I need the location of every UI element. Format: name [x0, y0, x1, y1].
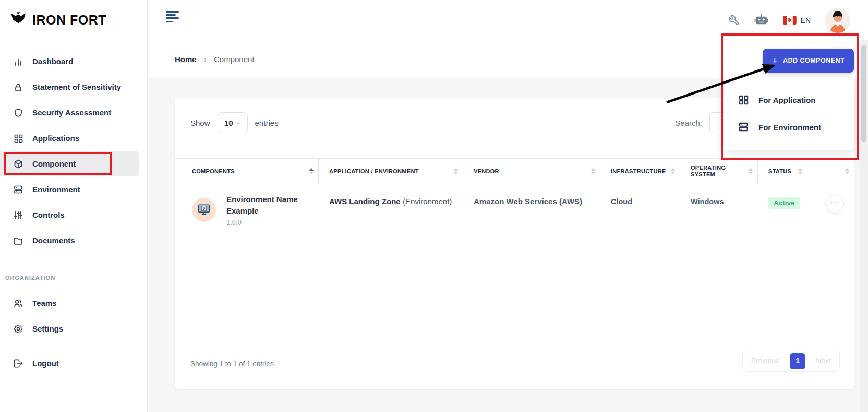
- sliders-icon: [13, 209, 24, 221]
- grid-icon: [738, 94, 749, 105]
- logout-icon: [13, 358, 24, 369]
- cell-operating-system: Windows: [680, 184, 758, 226]
- sidebar-item-applications[interactable]: Applications: [0, 125, 148, 151]
- column-header-actions[interactable]: [807, 159, 854, 184]
- table-row[interactable]: Environment Name Example 1.0.0 AWS Landi…: [175, 184, 854, 226]
- avatar[interactable]: [825, 8, 850, 33]
- dropdown-item-for-environment[interactable]: For Environment: [724, 113, 854, 140]
- next-page-button[interactable]: Next: [816, 357, 831, 365]
- column-header-application-environment[interactable]: APPLICATION / ENVIRONMENT: [319, 159, 463, 184]
- row-actions-button[interactable]: ...: [825, 195, 844, 214]
- cell-actions: ...: [807, 184, 854, 226]
- sidebar-item-label: Settings: [32, 324, 63, 333]
- sidebar-item-label: Component: [32, 159, 76, 168]
- dropdown-item-label: For Environment: [758, 123, 821, 132]
- sidebar-section-organization: ORGANIZATION: [5, 275, 55, 281]
- sidebar-item-label: Environment: [32, 185, 80, 194]
- canada-flag-icon: [783, 16, 797, 25]
- page-size-control: Show 10 ⌄ entries: [190, 112, 279, 133]
- sidebar-item-security-assessment[interactable]: Security Assessment: [0, 100, 148, 125]
- folder-icon: [13, 235, 24, 246]
- sidebar-item-logout[interactable]: Logout: [0, 350, 148, 376]
- robot-icon[interactable]: [754, 13, 768, 27]
- add-component-dropdown: For Application For Environment: [724, 77, 854, 150]
- sidebar-item-environment[interactable]: Environment: [0, 176, 148, 202]
- application-name: AWS Landing Zone: [329, 197, 401, 206]
- server-icon: [738, 121, 749, 133]
- wrench-icon[interactable]: [728, 14, 740, 26]
- pagination: Previous 1 Next: [742, 350, 840, 372]
- cell-component: Environment Name Example 1.0.0: [175, 184, 319, 226]
- sidebar-item-teams[interactable]: Teams: [0, 290, 148, 316]
- breadcrumb: Home › Component: [175, 40, 255, 78]
- sidebar-header: IRON FORT: [0, 0, 147, 40]
- table-header: COMPONENTS APPLICATION / ENVIRONMENT VEN…: [175, 158, 854, 184]
- sort-icon: [309, 168, 314, 174]
- component-name: Environment Name Example: [226, 194, 305, 217]
- sort-icon: [454, 168, 458, 174]
- sidebar-item-documents[interactable]: Documents: [0, 228, 148, 253]
- chevron-down-icon: ⌄: [236, 120, 240, 125]
- status-badge: Active: [768, 197, 800, 209]
- sidebar-item-label: Documents: [32, 236, 75, 245]
- hamburger-menu-icon[interactable]: [166, 11, 179, 22]
- sidebar-item-component[interactable]: Component: [0, 151, 139, 176]
- grid-icon: [13, 133, 24, 144]
- language-label: EN: [801, 16, 811, 25]
- add-component-button[interactable]: + ADD COMPONENT: [763, 49, 854, 73]
- page-1-button[interactable]: 1: [790, 353, 805, 369]
- column-header-infrastructure[interactable]: INFRASTRUCTURE: [600, 159, 680, 184]
- page-size-value: 10: [224, 119, 233, 127]
- scrollbar[interactable]: [860, 40, 868, 412]
- column-header-vendor[interactable]: VENDOR: [463, 159, 600, 184]
- column-header-status[interactable]: STATUS: [758, 159, 807, 184]
- sidebar: IRON FORT Dashboard Statement of Sensiti…: [0, 0, 148, 412]
- sidebar-org-nav: Teams Settings: [0, 290, 148, 342]
- topbar: EN: [148, 0, 868, 40]
- show-label: Show: [190, 119, 210, 127]
- sidebar-item-label: Teams: [32, 299, 56, 308]
- footer-divider: [175, 338, 854, 338]
- sidebar-bottom-nav: Logout: [0, 350, 148, 376]
- cell-application-environment: AWS Landing Zone (Environment): [319, 184, 463, 226]
- previous-page-button[interactable]: Previous: [751, 357, 779, 365]
- sidebar-item-label: Applications: [32, 134, 79, 143]
- shield-icon: [13, 107, 24, 119]
- topbar-actions: EN: [728, 0, 850, 40]
- server-icon: [13, 184, 24, 195]
- breadcrumb-home-link[interactable]: Home: [175, 55, 197, 64]
- lock-icon: [13, 81, 24, 93]
- cell-infrastructure: Cloud: [600, 184, 680, 226]
- breadcrumb-current: Component: [214, 55, 255, 64]
- language-selector[interactable]: EN: [783, 16, 811, 25]
- sidebar-item-controls[interactable]: Controls: [0, 202, 148, 228]
- sort-icon: [845, 168, 849, 174]
- plus-icon: +: [772, 56, 778, 66]
- sort-icon: [749, 168, 753, 174]
- column-header-operating-system[interactable]: OPERATING SYSTEM: [680, 159, 758, 184]
- column-header-components[interactable]: COMPONENTS: [175, 159, 319, 184]
- scrollbar-thumb[interactable]: [861, 45, 866, 142]
- sidebar-divider: [0, 263, 148, 263]
- sidebar-item-label: Statement of Sensitivity: [32, 83, 121, 91]
- chevron-right-icon: ›: [204, 55, 207, 64]
- sidebar-item-dashboard[interactable]: Dashboard: [0, 49, 148, 74]
- sidebar-item-statement-of-sensitivity[interactable]: Statement of Sensitivity: [0, 74, 148, 100]
- bar-chart-icon: [13, 56, 24, 67]
- sort-icon: [591, 168, 595, 174]
- sidebar-item-label: Security Assessment: [32, 108, 111, 117]
- brand-logo[interactable]: IRON FORT: [9, 11, 106, 29]
- page-size-select[interactable]: 10 ⌄: [218, 112, 248, 133]
- users-icon: [13, 298, 24, 309]
- search-label: Search:: [675, 119, 702, 127]
- application-type: (Environment): [403, 197, 452, 206]
- sidebar-item-label: Logout: [32, 359, 59, 368]
- cell-vendor: Amazon Web Services (AWS): [463, 184, 600, 226]
- dropdown-item-for-application[interactable]: For Application: [724, 86, 854, 113]
- sort-icon: [798, 168, 802, 174]
- component-version: 1.0.0: [226, 218, 305, 226]
- ironfort-emblem-icon: [9, 11, 27, 29]
- sidebar-item-settings[interactable]: Settings: [0, 316, 148, 342]
- sidebar-item-label: Dashboard: [32, 57, 73, 66]
- sidebar-nav: Dashboard Statement of Sensitivity Secur…: [0, 49, 148, 253]
